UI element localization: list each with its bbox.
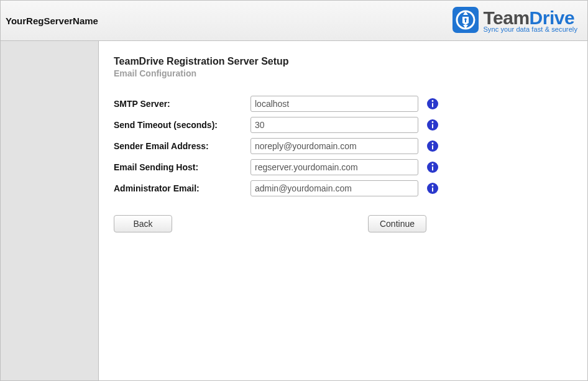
svg-point-12 [432, 142, 434, 144]
info-icon[interactable] [427, 140, 438, 152]
info-icon[interactable] [427, 98, 438, 109]
page-subtitle: Email Configuration [114, 68, 572, 78]
back-button[interactable]: Back [114, 215, 172, 232]
row-admin-email: Administrator Email: [114, 180, 572, 196]
input-sender-email[interactable] [250, 138, 418, 154]
brand-logo: TeamDrive Sync your data fast & securely [452, 6, 577, 35]
input-admin-email[interactable] [250, 180, 418, 196]
app-window: YourRegServerName TeamDrive Sync your da… [0, 0, 588, 381]
svg-rect-11 [432, 145, 433, 150]
main-content: TeamDrive Registration Server Setup Emai… [99, 41, 587, 380]
page-title: TeamDrive Registration Server Setup [114, 56, 572, 67]
svg-point-9 [432, 121, 434, 123]
row-sending-host: Email Sending Host: [114, 159, 572, 175]
button-row: Back Continue [114, 215, 426, 232]
svg-rect-5 [432, 103, 433, 108]
svg-point-15 [432, 163, 434, 165]
row-smtp-server: SMTP Server: [114, 96, 572, 112]
header: YourRegServerName TeamDrive Sync your da… [1, 1, 587, 41]
body: TeamDrive Registration Server Setup Emai… [1, 41, 587, 380]
input-smtp-server[interactable] [250, 96, 418, 112]
server-name: YourRegServerName [6, 16, 98, 26]
label-sending-host: Email Sending Host: [114, 162, 250, 172]
continue-button[interactable]: Continue [368, 215, 426, 232]
svg-point-18 [432, 185, 434, 186]
svg-rect-14 [432, 167, 433, 171]
svg-rect-8 [432, 124, 433, 129]
input-send-timeout[interactable] [250, 117, 418, 133]
label-admin-email: Administrator Email: [114, 183, 250, 193]
logo-icon [452, 6, 479, 35]
row-send-timeout: Send Timeout (seconds): [114, 117, 572, 133]
label-send-timeout: Send Timeout (seconds): [114, 120, 250, 130]
input-sending-host[interactable] [250, 159, 418, 175]
svg-point-6 [432, 100, 434, 102]
logo-tagline: Sync your data fast & securely [483, 26, 577, 33]
info-icon[interactable] [427, 162, 438, 173]
label-smtp-server: SMTP Server: [114, 99, 250, 109]
svg-rect-3 [465, 20, 466, 22]
svg-rect-17 [432, 188, 433, 192]
info-icon[interactable] [427, 119, 438, 131]
sidebar [1, 41, 99, 380]
logo-text: TeamDrive [483, 9, 577, 27]
row-sender-email: Sender Email Address: [114, 138, 572, 154]
label-sender-email: Sender Email Address: [114, 141, 250, 151]
info-icon[interactable] [427, 183, 438, 194]
